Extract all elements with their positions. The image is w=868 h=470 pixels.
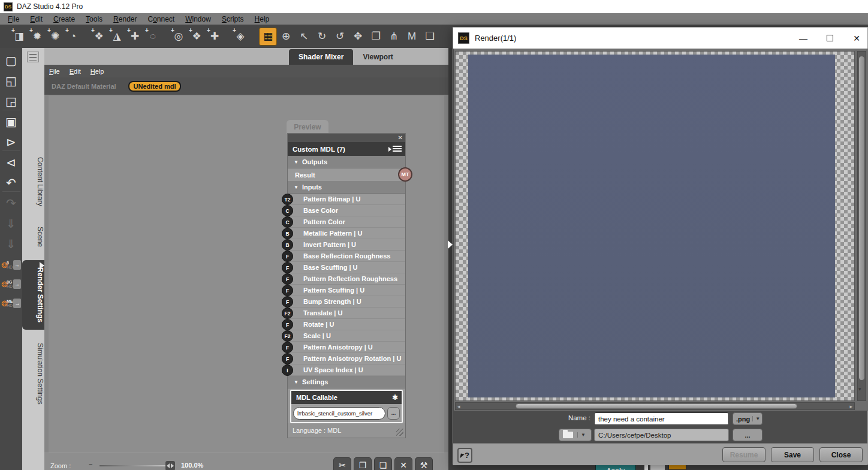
node-input-row[interactable]: F Bump Strength | U — [288, 296, 405, 308]
input-connector[interactable]: F2 — [282, 308, 293, 319]
input-connector[interactable]: F — [282, 319, 293, 330]
window-tool-icon[interactable]: ❐ — [367, 28, 385, 46]
menu-item[interactable]: File — [2, 15, 25, 23]
close-window-button[interactable]: ✕ — [852, 34, 861, 43]
filename-input[interactable] — [594, 412, 729, 425]
input-connector[interactable]: F — [282, 262, 293, 273]
zoom-slider[interactable] — [100, 465, 170, 466]
node-input-row[interactable]: C Pattern Color — [288, 216, 405, 228]
node-menu-icon[interactable] — [393, 146, 402, 152]
add-null-icon[interactable]: ✚ — [126, 28, 144, 46]
add-node-instance-icon[interactable]: ✚ — [206, 28, 224, 46]
add-spotlight-icon[interactable]: ❖ — [90, 28, 108, 46]
render-window[interactable]: DS Render(1/1) — ✕ ▾ ◂ ▸ Name : — [453, 27, 868, 465]
import-icon[interactable]: ⊳ — [2, 133, 20, 151]
vertical-scrollbar-thumb[interactable] — [859, 56, 864, 380]
orbit-tool-icon[interactable]: ⊕ — [277, 28, 295, 46]
copy-icon[interactable]: ❐ — [354, 457, 372, 470]
add-gauge-light-icon[interactable]: ◔ — [64, 28, 82, 46]
save-button[interactable]: Save — [771, 447, 814, 462]
menu-item[interactable]: Create — [48, 15, 80, 23]
inputs-section-header[interactable]: ▼ Inputs — [288, 181, 405, 194]
scroll-down-icon[interactable]: ▾ — [858, 386, 861, 392]
undo-icon[interactable]: ↶ — [2, 174, 20, 192]
weight-map-tool-icon[interactable]: M — [403, 28, 421, 46]
pane-tab[interactable]: Viewport — [353, 49, 402, 65]
render-viewport[interactable]: ▾ ◂ ▸ — [454, 49, 868, 411]
mt-connector[interactable]: MT — [398, 167, 412, 182]
node-input-row[interactable]: F Pattern Scuffing | U — [288, 285, 405, 296]
arrow-button[interactable]: → — [13, 279, 21, 289]
hd-shortcut-item[interactable]: ❂ 8HD → — [0, 257, 22, 273]
add-point-light-icon[interactable]: ✺ — [46, 28, 64, 46]
zoom-out-button[interactable]: − — [89, 461, 92, 468]
pane-divider[interactable] — [448, 48, 453, 470]
input-connector[interactable]: F — [282, 285, 293, 296]
menu-item[interactable]: File — [49, 68, 60, 75]
rotate-pointer-tool-icon[interactable]: ↻ — [313, 28, 331, 46]
node-input-row[interactable]: B Metallic Pattern | U — [288, 228, 405, 239]
node-input-row[interactable]: F Pattern Anisotropy Rotation | U — [288, 353, 405, 364]
zoom-slider-handle[interactable] — [165, 461, 175, 470]
input-connector[interactable]: T2 — [282, 194, 293, 205]
delete-icon[interactable]: ✕ — [394, 457, 412, 470]
scroll-right-icon[interactable]: ▸ — [849, 403, 852, 410]
menu-item[interactable]: Help — [91, 68, 104, 75]
input-connector[interactable]: F — [282, 342, 293, 353]
horizontal-scrollbar[interactable]: ◂ ▸ — [455, 402, 855, 410]
horizontal-scrollbar-thumb[interactable] — [516, 403, 797, 409]
input-connector[interactable]: I — [282, 364, 293, 376]
node-input-row[interactable]: T2 Pattern Bitmap | U — [288, 194, 405, 205]
render-window-titlebar[interactable]: DS Render(1/1) — ✕ — [453, 28, 867, 49]
add-cube-icon[interactable]: ◈ — [231, 28, 249, 46]
menu-item[interactable]: Window — [180, 15, 216, 23]
node-input-row[interactable]: F Base Scuffing | U — [288, 262, 405, 273]
output-result-row[interactable]: Result MT — [288, 168, 405, 181]
material-tab[interactable]: UNedited mdl — [128, 81, 182, 92]
resize-grip-icon[interactable] — [396, 429, 403, 436]
input-connector[interactable]: F — [282, 296, 293, 308]
input-connector[interactable]: F — [282, 251, 293, 262]
hd-shortcut-item[interactable]: ❂ 8GHD → — [0, 276, 22, 293]
rotate-tool-icon[interactable]: ↺ — [331, 28, 349, 46]
input-connector[interactable]: C — [282, 216, 293, 228]
whats-this-button[interactable]: ? — [457, 448, 472, 463]
pane-tab[interactable]: Shader Mixer — [289, 49, 353, 65]
input-connector[interactable]: F2 — [282, 330, 293, 342]
open-file-icon[interactable]: ◱ — [2, 72, 20, 90]
node-input-row[interactable]: F Pattern Reflection Roughness — [288, 273, 405, 285]
node-input-row[interactable]: F Base Reflection Roughness — [288, 251, 405, 262]
custom-mdl-node[interactable]: ✕ Custom MDL (7) ▼ Outputs Result MT ▼ — [288, 134, 405, 438]
scroll-left-icon[interactable]: ◂ — [457, 403, 460, 410]
input-connector[interactable]: F — [282, 353, 293, 364]
add-node-icon[interactable]: ❖ — [188, 28, 206, 46]
surface-tool-icon[interactable]: ❏ — [421, 28, 439, 46]
node-input-row[interactable]: F2 Scale | U — [288, 330, 405, 342]
path-field[interactable]: C:/Users/cefpe/Desktop — [594, 429, 729, 441]
node-input-row[interactable]: F Rotate | U — [288, 319, 405, 330]
menu-item[interactable]: Render — [108, 15, 142, 23]
cut-icon[interactable]: ✂ — [333, 457, 351, 470]
hd-shortcut-item[interactable]: ❂ MEHD → — [0, 295, 22, 312]
input-connector[interactable]: B — [282, 239, 293, 251]
arrow-button[interactable]: → — [13, 299, 21, 308]
node-header[interactable]: Custom MDL (7) — [288, 142, 405, 156]
add-center-point-icon[interactable]: ◎ — [170, 28, 188, 46]
minimize-button[interactable]: — — [798, 34, 808, 43]
node-input-row[interactable]: F2 Translate | U — [288, 308, 405, 319]
mdl-callable-input[interactable] — [293, 407, 385, 420]
node-input-row[interactable]: F Pattern Anisotropy | U — [288, 342, 405, 353]
tools-icon[interactable]: ⚒ — [415, 457, 433, 470]
dock-tab[interactable]: Content Library — [22, 150, 44, 213]
format-dropdown[interactable]: .png ▼ — [733, 412, 762, 425]
bone-tool-icon[interactable]: ⋔ — [385, 28, 403, 46]
outputs-section-header[interactable]: ▼ Outputs — [288, 156, 405, 168]
arrow-button[interactable]: → — [13, 260, 21, 270]
pointer-tool-icon[interactable]: ↖ — [295, 28, 313, 46]
save-icon[interactable]: ▣ — [2, 113, 20, 131]
export-icon[interactable]: ⊲ — [2, 153, 20, 171]
resume-button[interactable]: Resume — [722, 447, 765, 462]
add-camera-icon[interactable]: ◨ — [10, 28, 28, 46]
folder-dropdown[interactable]: ▼ — [559, 429, 592, 441]
maximize-button[interactable] — [827, 35, 833, 41]
